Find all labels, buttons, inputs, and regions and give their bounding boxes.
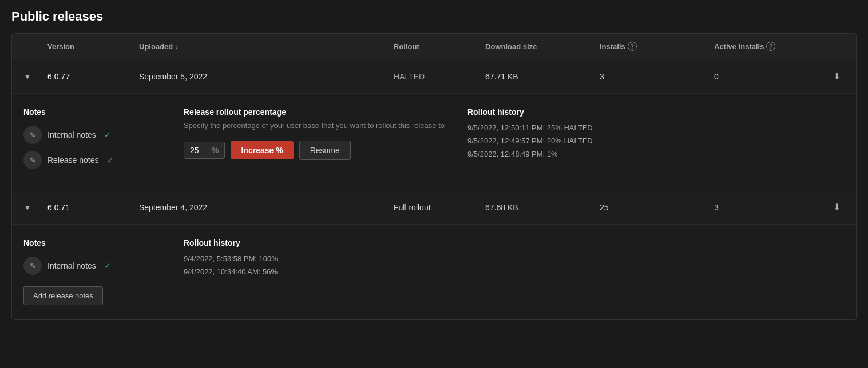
percentage-symbol-1: % bbox=[212, 146, 219, 155]
increase-button-1[interactable]: Increase % bbox=[231, 141, 293, 159]
version-cell-2: 6.0.71 bbox=[41, 190, 132, 224]
download-button-2[interactable]: ⬇ bbox=[829, 199, 845, 215]
add-notes-wrap-2: Add release notes bbox=[23, 282, 161, 305]
table-header: Version Uploaded ↓ Rollout Download size… bbox=[12, 34, 856, 59]
percentage-input-wrap-1: % bbox=[184, 142, 225, 159]
release-notes-label-1: Release notes bbox=[47, 155, 99, 165]
page-container: Public releases Version Uploaded ↓ Rollo… bbox=[0, 0, 868, 329]
sort-uploaded-icon: ↓ bbox=[175, 43, 179, 50]
note-icon-internal-1: ✎ bbox=[23, 126, 42, 144]
version-cell-1: 6.0.77 bbox=[41, 59, 132, 93]
installs-cell-2: 25 bbox=[593, 190, 707, 224]
history-item-1-1: 9/5/2022, 12:49:57 PM: 20% HALTED bbox=[467, 137, 845, 145]
internal-notes-label-2: Internal notes bbox=[47, 261, 96, 270]
expand-button-2[interactable]: ▼ bbox=[19, 201, 36, 214]
rollout-section-desc-1: Specify the percentage of your user base… bbox=[184, 120, 445, 131]
rollout-cell-1: HALTED bbox=[387, 59, 478, 93]
notes-title-1: Notes bbox=[23, 107, 161, 117]
table-row: ▼ 6.0.77 September 5, 2022 HALTED 67.71 … bbox=[12, 59, 856, 94]
history-section-2: Rollout history 9/4/2022, 5:53:58 PM: 10… bbox=[184, 238, 845, 305]
active-installs-cell-1: 0 bbox=[707, 59, 822, 93]
history-section-1: Rollout history 9/5/2022, 12:50:11 PM: 2… bbox=[467, 107, 845, 176]
internal-notes-check-1: ✓ bbox=[104, 130, 111, 139]
history-item-1-2: 9/5/2022, 12:48:49 PM: 1% bbox=[467, 150, 845, 158]
notes-section-2: Notes ✎ Internal notes ✓ Add release not… bbox=[23, 238, 161, 305]
download-size-cell-2: 67.68 KB bbox=[478, 190, 593, 224]
expanded-panel-2: Notes ✎ Internal notes ✓ Add release not… bbox=[12, 225, 856, 319]
page-title: Public releases bbox=[11, 9, 857, 24]
note-item-release-1: ✎ Release notes ✓ bbox=[23, 151, 161, 169]
notes-section-1: Notes ✎ Internal notes ✓ ✎ Release notes… bbox=[23, 107, 161, 176]
th-installs: Installs ? bbox=[593, 34, 707, 59]
add-release-notes-button[interactable]: Add release notes bbox=[23, 286, 103, 305]
percentage-input-1[interactable] bbox=[190, 146, 208, 155]
rollout-section-1: Release rollout percentage Specify the p… bbox=[184, 107, 445, 176]
expanded-panel-1: Notes ✎ Internal notes ✓ ✎ Release notes… bbox=[12, 94, 856, 190]
download-action-cell-2[interactable]: ⬇ bbox=[822, 190, 856, 224]
th-active-installs: Active installs ? bbox=[707, 34, 822, 59]
active-installs-help-icon[interactable]: ? bbox=[766, 42, 775, 51]
installs-cell-1: 3 bbox=[593, 59, 707, 93]
notes-title-2: Notes bbox=[23, 238, 161, 247]
th-download-action bbox=[822, 34, 856, 59]
uploaded-cell-1: September 5, 2022 bbox=[132, 59, 387, 93]
th-uploaded[interactable]: Uploaded ↓ bbox=[132, 34, 387, 59]
download-button-1[interactable]: ⬇ bbox=[829, 69, 845, 84]
active-installs-cell-2: 3 bbox=[707, 190, 822, 224]
history-title-2: Rollout history bbox=[184, 238, 845, 247]
history-title-1: Rollout history bbox=[467, 107, 845, 117]
releases-table: Version Uploaded ↓ Rollout Download size… bbox=[11, 33, 857, 320]
resume-button-1[interactable]: Resume bbox=[299, 141, 351, 160]
table-row-2: ▼ 6.0.71 September 4, 2022 Full rollout … bbox=[12, 190, 856, 225]
history-item-2-0: 9/4/2022, 5:53:58 PM: 100% bbox=[184, 254, 845, 263]
th-rollout: Rollout bbox=[387, 34, 478, 59]
release-notes-check-1: ✓ bbox=[107, 155, 114, 165]
note-icon-release-1: ✎ bbox=[23, 151, 42, 169]
th-version: Version bbox=[41, 34, 132, 59]
download-size-cell-1: 67.71 KB bbox=[478, 59, 593, 93]
expand-cell-2[interactable]: ▼ bbox=[12, 190, 41, 224]
rollout-section-title-1: Release rollout percentage bbox=[184, 107, 445, 117]
th-download-size: Download size bbox=[478, 34, 593, 59]
history-item-2-1: 9/4/2022, 10:34:40 AM: 56% bbox=[184, 267, 845, 276]
rollout-cell-2: Full rollout bbox=[387, 190, 478, 224]
installs-help-icon[interactable]: ? bbox=[628, 42, 637, 51]
note-icon-internal-2: ✎ bbox=[23, 257, 42, 275]
uploaded-cell-2: September 4, 2022 bbox=[132, 190, 387, 224]
history-item-1-0: 9/5/2022, 12:50:11 PM: 25% HALTED bbox=[467, 123, 845, 132]
th-expand bbox=[12, 34, 41, 59]
note-item-internal-1: ✎ Internal notes ✓ bbox=[23, 126, 161, 144]
internal-notes-check-2: ✓ bbox=[104, 261, 111, 270]
internal-notes-label-1: Internal notes bbox=[47, 130, 96, 139]
download-action-cell-1[interactable]: ⬇ bbox=[822, 59, 856, 93]
expand-button-1[interactable]: ▼ bbox=[19, 70, 36, 83]
note-item-internal-2: ✎ Internal notes ✓ bbox=[23, 257, 161, 275]
expand-cell-1[interactable]: ▼ bbox=[12, 59, 41, 93]
rollout-controls-1: % Increase % Resume bbox=[184, 141, 445, 160]
